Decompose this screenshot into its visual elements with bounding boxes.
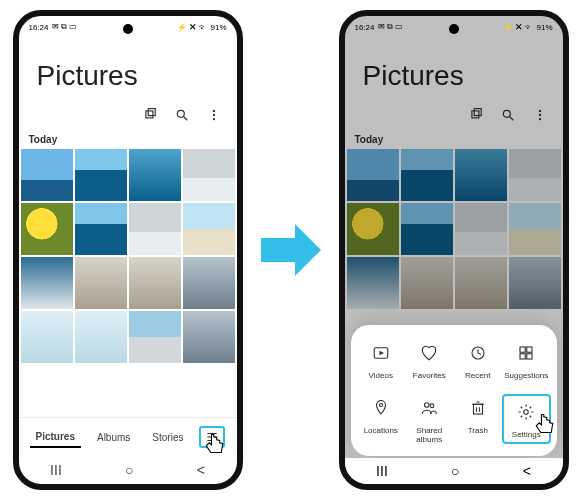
thumbnail[interactable]: [21, 149, 73, 201]
svg-point-26: [430, 404, 434, 408]
thumbnail[interactable]: [401, 149, 453, 201]
thumbnail[interactable]: [129, 311, 181, 363]
thumbnail[interactable]: [75, 257, 127, 309]
tab-pictures[interactable]: Pictures: [30, 427, 81, 448]
section-today: Today: [345, 128, 563, 149]
thumbnail[interactable]: [401, 257, 453, 309]
svg-point-12: [503, 110, 510, 117]
svg-point-4: [212, 110, 214, 112]
sheet-suggestions[interactable]: Suggestions: [502, 339, 551, 380]
more-icon[interactable]: [207, 108, 221, 122]
sheet-label: Trash: [468, 426, 488, 435]
section-today: Today: [19, 128, 237, 149]
sheet-recent[interactable]: Recent: [454, 339, 503, 380]
thumbnail[interactable]: [129, 203, 181, 255]
thumbnail[interactable]: [455, 257, 507, 309]
thumbnail[interactable]: [401, 203, 453, 255]
signal-icon: ⚡ ✕ ᯤ: [177, 23, 207, 32]
svg-rect-20: [520, 347, 525, 352]
sheet-label: Settings: [512, 430, 541, 439]
front-camera: [449, 24, 459, 34]
grid-icon: [512, 339, 540, 367]
thumbnail[interactable]: [347, 203, 399, 255]
svg-rect-23: [527, 354, 532, 359]
thumbnail[interactable]: [183, 311, 235, 363]
sheet-shared[interactable]: Shared albums: [405, 394, 454, 444]
status-time: 16:24: [355, 23, 375, 32]
svg-point-14: [538, 110, 540, 112]
thumbnail[interactable]: [75, 203, 127, 255]
sheet-favorites[interactable]: Favorites: [405, 339, 454, 380]
page-title: Pictures: [37, 60, 219, 92]
thumbnail[interactable]: [509, 257, 561, 309]
toolbar: [19, 102, 237, 128]
thumbnail[interactable]: [21, 257, 73, 309]
svg-point-24: [379, 404, 382, 407]
svg-rect-11: [474, 109, 481, 116]
thumbnail[interactable]: [21, 203, 73, 255]
svg-rect-27: [473, 404, 482, 414]
status-time: 16:24: [29, 23, 49, 32]
sheet-label: Favorites: [413, 371, 446, 380]
bottom-tabs: Pictures Albums Stories: [19, 417, 237, 456]
nav-home-icon[interactable]: ○: [451, 463, 459, 479]
svg-point-6: [212, 118, 214, 120]
nav-bar: III ○ <: [19, 456, 237, 484]
battery-text: 91%: [210, 23, 226, 32]
thumbnail[interactable]: [347, 257, 399, 309]
sheet-label: Videos: [369, 371, 393, 380]
photo-grid: [19, 149, 237, 363]
menu-sheet: Videos Favorites Recent Suggestions Loca…: [351, 325, 557, 456]
svg-line-3: [183, 117, 187, 121]
search-icon[interactable]: [175, 108, 189, 122]
svg-line-13: [509, 117, 513, 121]
thumbnail[interactable]: [75, 311, 127, 363]
nav-back-icon[interactable]: <: [197, 462, 205, 478]
nav-home-icon[interactable]: ○: [125, 462, 133, 478]
nav-recents-icon[interactable]: III: [50, 462, 62, 478]
thumbnail[interactable]: [455, 203, 507, 255]
svg-marker-18: [379, 351, 384, 356]
svg-rect-22: [520, 354, 525, 359]
svg-point-15: [538, 114, 540, 116]
tab-stories[interactable]: Stories: [146, 428, 189, 447]
sheet-settings[interactable]: Settings: [502, 394, 551, 444]
menu-button[interactable]: [199, 426, 225, 448]
copy-icon[interactable]: [143, 108, 157, 122]
notif-icon: ✉ ⧉ ▭: [378, 22, 403, 32]
sheet-label: Locations: [364, 426, 398, 435]
location-icon: [367, 394, 395, 422]
thumbnail[interactable]: [183, 149, 235, 201]
copy-icon[interactable]: [469, 108, 483, 122]
thumbnail[interactable]: [183, 257, 235, 309]
thumbnail[interactable]: [509, 149, 561, 201]
front-camera: [123, 24, 133, 34]
phone-left: 16:24 ✉ ⧉ ▭ ⚡ ✕ ᯤ 91% Pictures Today P: [13, 10, 243, 490]
thumbnail[interactable]: [129, 257, 181, 309]
tab-albums[interactable]: Albums: [91, 428, 136, 447]
heart-icon: [415, 339, 443, 367]
search-icon[interactable]: [501, 108, 515, 122]
sheet-locations[interactable]: Locations: [357, 394, 406, 444]
sheet-trash[interactable]: Trash: [454, 394, 503, 444]
svg-rect-10: [471, 111, 478, 118]
more-icon[interactable]: [533, 108, 547, 122]
thumbnail[interactable]: [509, 203, 561, 255]
thumbnail[interactable]: [129, 149, 181, 201]
thumbnail[interactable]: [21, 311, 73, 363]
svg-rect-0: [145, 111, 152, 118]
sheet-label: Recent: [465, 371, 490, 380]
nav-back-icon[interactable]: <: [523, 463, 531, 479]
sheet-videos[interactable]: Videos: [357, 339, 406, 380]
svg-point-16: [538, 118, 540, 120]
nav-bar: III ○ <: [345, 458, 563, 484]
thumbnail[interactable]: [455, 149, 507, 201]
thumbnail[interactable]: [183, 203, 235, 255]
svg-point-5: [212, 114, 214, 116]
trash-icon: [464, 394, 492, 422]
thumbnail[interactable]: [75, 149, 127, 201]
page-title: Pictures: [363, 60, 545, 92]
nav-recents-icon[interactable]: III: [376, 463, 388, 479]
phone-right: 16:24 ✉ ⧉ ▭ ⚡ ✕ ᯤ 91% Pictures Today: [339, 10, 569, 490]
thumbnail[interactable]: [347, 149, 399, 201]
